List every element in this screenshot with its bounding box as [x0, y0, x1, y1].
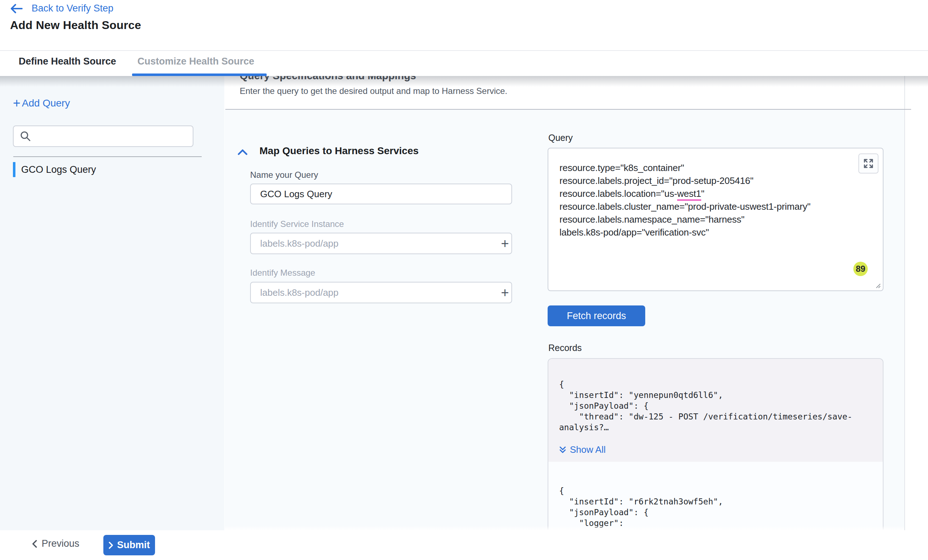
query-line: labels.k8s-pod/app="verification-svc" [559, 226, 854, 239]
record-json-line: { [559, 379, 873, 390]
show-all-label: Show All [570, 444, 606, 455]
identify-message-label: Identify Message [250, 268, 315, 278]
query-line-location: resource.labels.location="us-west1" [559, 187, 854, 200]
tab-bar: Define Health Source Customize Health So… [0, 51, 928, 76]
selected-indicator-bar [13, 162, 15, 177]
chevron-up-icon [238, 149, 247, 155]
query-line: resource.type="k8s_container" [559, 161, 854, 174]
app-root: Back to Verify Step Add New Health Sourc… [0, 0, 928, 560]
add-query-button[interactable]: + Add Query [13, 97, 70, 110]
chevron-right-icon [108, 541, 113, 549]
search-icon [20, 131, 31, 142]
spellcheck-underline: west1 [677, 188, 701, 201]
query-search-box [13, 125, 194, 147]
scroll-bottom-fade [224, 526, 904, 530]
submit-button[interactable]: Submit [103, 535, 155, 555]
sidebar-item-gco-logs-query[interactable]: GCO Logs Query [0, 161, 201, 178]
plus-icon: + [13, 97, 20, 110]
back-link[interactable]: Back to Verify Step [10, 3, 113, 14]
show-all-link[interactable]: Show All [559, 444, 606, 455]
record-1-json: { "insertId": "yennepun0qtd6ll6", "jsonP… [559, 379, 873, 433]
record-json-line: "jsonPayload": { [559, 400, 873, 411]
expand-query-button[interactable] [858, 154, 879, 173]
scrollbar-gutter [905, 76, 928, 530]
record-json-line: "jsonPayload": { [559, 507, 873, 518]
fetch-records-button[interactable]: Fetch records [548, 306, 645, 326]
query-line: resource.labels.namespace_name="harness" [559, 213, 854, 226]
submit-label: Submit [117, 540, 150, 551]
record-2-json: { "insertId": "r6rk2tnah3owf5eh", "jsonP… [559, 485, 873, 530]
record-json-line: { [559, 485, 873, 496]
query-line: resource.labels.cluster_name="prod-priva… [559, 200, 854, 213]
query-label: Query [548, 132, 573, 143]
record-json-line: "thread": "dw-125 - POST /verification/t… [559, 411, 873, 422]
page-title: Add New Health Source [10, 19, 141, 32]
query-text: resource.type="k8s_container"resource.la… [559, 161, 854, 239]
map-queries-title: Map Queries to Harness Services [259, 145, 419, 157]
records-label: Records [548, 343, 582, 353]
query-line: resource.labels.project_id="prod-setup-2… [559, 174, 854, 187]
record-item-2: { "insertId": "r6rk2tnah3owf5eh", "jsonP… [559, 485, 873, 530]
name-query-label: Name your Query [250, 170, 318, 180]
back-arrow-icon [10, 4, 23, 14]
record-json-line: "insertId": "r6rk2tnah3owf5eh", [559, 496, 873, 507]
map-queries-section-header[interactable]: Map Queries to Harness Services [238, 145, 419, 157]
double-chevron-down-icon [559, 446, 566, 454]
tab-define-health-source[interactable]: Define Health Source [19, 56, 116, 67]
service-instance-input[interactable] [250, 233, 512, 254]
footer-bar: Previous Submit [0, 530, 928, 560]
resize-handle-icon[interactable] [875, 283, 881, 289]
section-subtitle: Enter the query to get the desired outpu… [240, 86, 507, 96]
query-item-label: GCO Logs Query [21, 164, 96, 175]
query-name-input[interactable] [250, 184, 512, 204]
add-query-label: Add Query [22, 97, 70, 109]
expand-icon [863, 158, 874, 169]
main-content: Query Specifications and Mappings Enter … [224, 76, 928, 530]
char-count-badge: 89 [853, 262, 868, 276]
add-message-button[interactable]: + [497, 285, 513, 300]
records-container: { "insertId": "yennepun0qtd6ll6", "jsonP… [548, 358, 884, 530]
query-sidebar: + Add Query GCO Logs Query [0, 76, 224, 530]
previous-button[interactable]: Previous [32, 538, 79, 549]
back-link-label: Back to Verify Step [32, 3, 113, 14]
tab-customize-health-source[interactable]: Customize Health Source [137, 56, 255, 67]
search-input[interactable] [35, 131, 193, 142]
section-title: Query Specifications and Mappings [240, 76, 416, 82]
identify-service-instance-label: Identify Service Instance [250, 219, 344, 229]
record-item-1: { "insertId": "yennepun0qtd6ll6", "jsonP… [548, 359, 883, 462]
query-textarea[interactable]: resource.type="k8s_container"resource.la… [548, 148, 884, 291]
scroll-viewport: + Add Query GCO Logs Query Query Specifi… [0, 76, 928, 530]
record-json-line: analysis?… [559, 422, 873, 433]
sidebar-divider [13, 156, 201, 157]
chevron-left-icon [32, 540, 37, 548]
record-json-line: "insertId": "yennepun0qtd6ll6", [559, 390, 873, 400]
add-service-instance-button[interactable]: + [497, 236, 513, 251]
message-input[interactable] [250, 282, 512, 303]
active-tab-indicator [132, 73, 267, 76]
section-divider [225, 109, 911, 110]
scrollbar-track-line[interactable] [904, 76, 905, 530]
previous-label: Previous [42, 538, 79, 549]
